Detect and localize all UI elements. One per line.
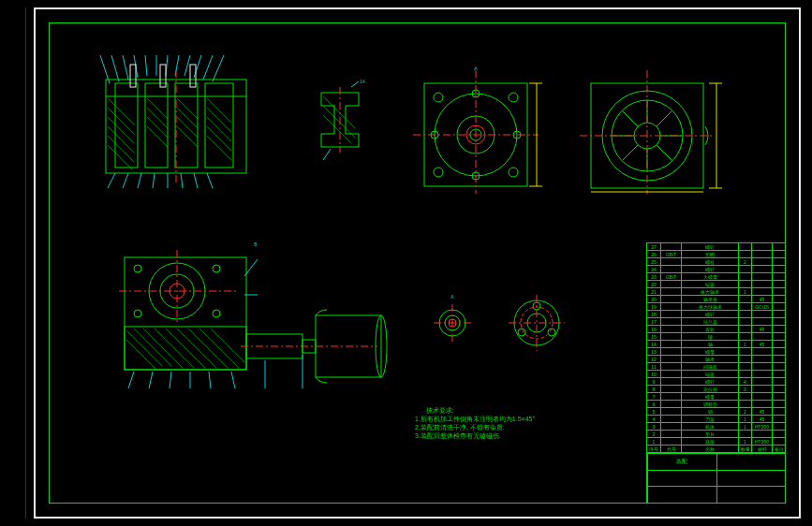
title-scale: [647, 470, 716, 487]
svg-line-31: [177, 117, 198, 138]
title-number: [716, 453, 786, 470]
bom-row: 11间隔套: [647, 362, 785, 370]
svg-point-100: [213, 265, 220, 272]
notes-line-2: 2.装配前清洗干净, 不得有杂质.: [415, 424, 505, 431]
svg-line-121: [128, 372, 134, 388]
svg-line-5: [145, 55, 147, 76]
bom-row: 22端盖: [647, 280, 785, 287]
svg-line-106: [126, 330, 162, 366]
drawing-canvas[interactable]: 14: [34, 7, 801, 519]
svg-line-34: [207, 108, 231, 132]
bom-row: 23GB/T大螺母: [647, 272, 785, 280]
bom-row: 21推力轴承1: [647, 287, 785, 295]
svg-line-109: [143, 329, 183, 368]
svg-line-53: [323, 106, 355, 138]
svg-line-30: [177, 108, 198, 128]
svg-line-126: [231, 372, 235, 388]
svg-line-111: [166, 329, 205, 368]
svg-line-32: [177, 126, 198, 147]
title-block: 装配: [646, 452, 785, 503]
drawing-border: 14: [49, 22, 786, 504]
svg-line-33: [207, 98, 231, 123]
svg-rect-95: [125, 257, 246, 370]
svg-point-62: [434, 93, 443, 102]
notes-line-1: 1.所有机加工件倒角未注明者均为1.5×45°: [415, 416, 535, 422]
bom-row: 24螺钉: [647, 265, 785, 272]
bom-row: 4刀架145: [647, 415, 785, 422]
view-section-main: [87, 42, 274, 192]
bom-row: 27螺钉: [647, 242, 785, 250]
svg-point-101: [134, 310, 141, 317]
bom-row: 序号代号名称数量材料备注: [647, 445, 785, 452]
view-side-assembly: B: [115, 239, 396, 407]
svg-line-12: [213, 55, 224, 81]
svg-line-56: [323, 149, 331, 160]
svg-line-122: [149, 372, 153, 388]
svg-line-87: [623, 145, 638, 160]
svg-line-107: [126, 340, 156, 370]
bom-row: 7螺母: [647, 392, 785, 400]
bom-row: 14轴145: [647, 340, 785, 347]
svg-line-47: [181, 173, 183, 188]
bom-row: 25螺栓2: [647, 257, 785, 265]
svg-line-123: [170, 372, 171, 388]
bom-row: 8定位销2: [647, 385, 785, 392]
view-small-ends: A: [424, 285, 583, 360]
svg-line-49: [207, 173, 213, 188]
svg-line-11: [203, 55, 213, 80]
svg-point-63: [509, 93, 518, 102]
app-left-rail: [7, 7, 26, 519]
svg-point-64: [434, 168, 443, 177]
svg-point-102: [213, 310, 220, 317]
svg-line-115: [211, 329, 244, 362]
svg-line-2: [111, 55, 119, 81]
svg-line-36: [207, 126, 231, 151]
svg-line-42: [108, 173, 115, 188]
bom-row: 2垫片: [647, 430, 785, 437]
svg-line-10: [194, 55, 201, 78]
view-flange-1: A: [406, 61, 546, 201]
bom-row: 15键: [647, 332, 785, 340]
view-detail-14: 14: [303, 74, 377, 168]
svg-line-84: [623, 111, 638, 126]
svg-point-65: [509, 168, 518, 177]
svg-line-113: [188, 329, 228, 368]
bom-row: 10端盖: [647, 370, 785, 377]
bom-row: 19推力球轴承GCr15: [647, 302, 785, 310]
bom-row: 6调整垫: [647, 400, 785, 407]
svg-text:B: B: [254, 241, 258, 247]
svg-text:A: A: [450, 294, 454, 300]
svg-line-48: [194, 173, 198, 188]
svg-line-43: [123, 173, 128, 188]
svg-line-51: [351, 81, 359, 87]
bom-row: 12轴承: [647, 355, 785, 362]
bom-row: 16齿轮45: [647, 325, 785, 332]
bom-row: 18螺钉: [647, 310, 785, 317]
svg-line-114: [199, 329, 239, 368]
svg-line-37: [207, 136, 231, 160]
title-material: [716, 470, 786, 487]
svg-line-25: [147, 98, 168, 119]
svg-point-99: [134, 265, 141, 272]
svg-line-29: [177, 98, 198, 119]
svg-line-85: [657, 145, 672, 160]
svg-line-45: [153, 173, 155, 188]
title-date: [716, 486, 786, 503]
notes-heading: 技术要求:: [426, 407, 454, 414]
notes-line-3: 3.装配后整体检查有无磕碰伤.: [415, 432, 501, 439]
svg-line-28: [147, 126, 168, 147]
svg-line-52: [323, 96, 355, 128]
svg-line-110: [155, 329, 194, 368]
svg-line-54: [323, 115, 351, 143]
bom-row: 13螺母: [647, 347, 785, 355]
svg-line-112: [177, 329, 216, 368]
svg-point-141: [548, 329, 555, 336]
bom-row: 26GB/T垫圈: [647, 250, 785, 257]
bom-row: 20轴承座45: [647, 295, 785, 302]
svg-line-44: [138, 173, 141, 188]
svg-text:A: A: [474, 66, 478, 71]
bom-table: 27螺钉26GB/T垫圈25螺栓224螺钉23GB/T大螺母22端盖21推力轴承…: [646, 242, 785, 452]
bom-row: 9螺钉4: [647, 377, 785, 385]
svg-text:14: 14: [360, 79, 365, 84]
bom-row: 3机体1HT200: [647, 422, 785, 430]
